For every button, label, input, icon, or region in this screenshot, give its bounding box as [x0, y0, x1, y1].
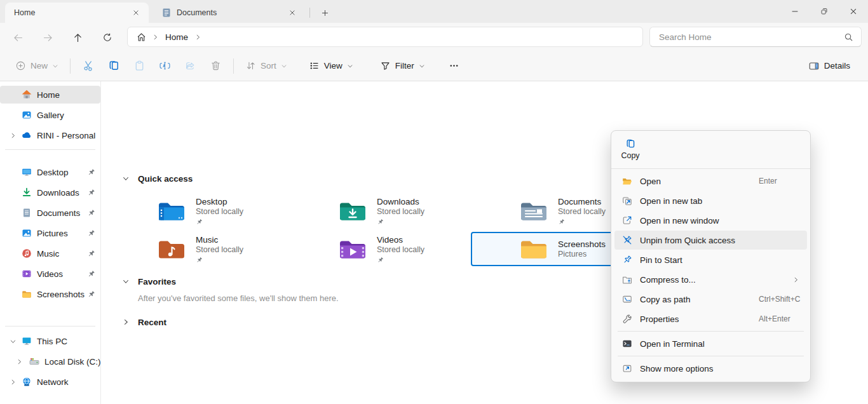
menu-item-unpin-from-quick-access[interactable]: Unpin from Quick access	[614, 231, 807, 250]
sort-button[interactable]: Sort	[239, 55, 294, 77]
view-button[interactable]: View	[302, 55, 360, 77]
tile-subtitle: Stored locally	[196, 207, 243, 217]
pin-icon	[377, 219, 384, 226]
sidebar-item-pictures[interactable]: Pictures	[0, 224, 100, 242]
pin-icon	[87, 250, 95, 258]
tile-music[interactable]: Music Stored locally	[109, 232, 290, 266]
copy-button[interactable]	[101, 55, 126, 77]
toolbar-separator	[70, 58, 71, 74]
menu-item-label: Unpin from Quick access	[640, 236, 735, 245]
menu-item-open[interactable]: Open Enter	[614, 172, 807, 191]
sidebar-item-label: Videos	[37, 269, 63, 279]
share-button[interactable]	[177, 55, 203, 77]
chevron-right-icon[interactable]	[14, 356, 24, 367]
back-button[interactable]	[8, 28, 28, 47]
sidebar-item-documents[interactable]: Documents	[0, 204, 100, 222]
close-button[interactable]	[839, 0, 868, 23]
chevron-right-icon	[194, 34, 201, 41]
copy-label: Copy	[621, 151, 639, 160]
tile-name: Music	[196, 235, 243, 245]
tab-close-icon[interactable]	[128, 5, 144, 20]
sidebar-item-videos[interactable]: Videos	[0, 265, 100, 283]
menu-item-compress-to[interactable]: Compress to...	[614, 270, 807, 289]
music-icon	[22, 248, 32, 259]
breadcrumb-home[interactable]: Home	[160, 30, 193, 44]
details-button[interactable]: Details	[802, 55, 857, 77]
menu-item-label: Pin to Start	[640, 255, 682, 265]
menu-item-label: Open in new tab	[640, 196, 702, 206]
minimize-button[interactable]	[780, 0, 810, 23]
tab-documents[interactable]: Documents	[155, 3, 305, 23]
delete-button[interactable]	[203, 55, 228, 77]
sidebar-item-network[interactable]: Network	[0, 373, 100, 391]
menu-item-pin-to-start[interactable]: Pin to Start	[614, 250, 807, 269]
rename-icon	[159, 60, 171, 72]
up-button[interactable]	[67, 28, 88, 47]
menu-item-label: Open	[640, 177, 661, 186]
menu-item-open-in-new-window[interactable]: Open in new window	[614, 211, 807, 230]
chevron-down-icon[interactable]	[118, 171, 133, 186]
chevron-right-icon[interactable]	[8, 377, 18, 387]
chevron-right-icon[interactable]	[8, 130, 18, 140]
copy-button[interactable]: Copy	[614, 134, 646, 165]
menu-item-properties[interactable]: Properties Alt+Enter	[614, 309, 807, 328]
terminal-icon	[622, 339, 632, 349]
menu-item-show-more-options[interactable]: Show more options	[614, 359, 807, 378]
address-bar[interactable]: Home	[127, 27, 643, 47]
new-button[interactable]: New	[9, 55, 65, 77]
more-options-button[interactable]	[442, 55, 467, 77]
window-controls	[780, 0, 868, 23]
unpin-icon	[622, 235, 632, 245]
pin-icon	[196, 257, 203, 264]
favorites-empty-text: After you've favorited some files, we'll…	[138, 293, 339, 303]
menu-item-label: Compress to...	[640, 275, 696, 285]
tab-close-icon[interactable]	[285, 5, 300, 20]
onedrive-icon	[22, 130, 32, 140]
tile-subtitle: Stored locally	[377, 207, 424, 217]
menu-item-copy-as-path[interactable]: Copy as path Ctrl+Shift+C	[614, 290, 807, 309]
sidebar-item-home[interactable]: Home	[0, 86, 100, 104]
rename-button[interactable]	[152, 55, 177, 77]
sidebar-item-downloads[interactable]: Downloads	[0, 184, 100, 201]
sidebar-item-onedrive[interactable]: RINI - Personal	[0, 126, 100, 144]
sidebar-item-label: Gallery	[37, 111, 64, 120]
refresh-button[interactable]	[97, 28, 118, 47]
sidebar-item-gallery[interactable]: Gallery	[0, 106, 100, 124]
navigation-pane: Home Gallery RINI - Personal Desktop Dow…	[0, 81, 101, 404]
filter-button[interactable]: Filter	[374, 55, 431, 77]
open-new-window-icon	[622, 215, 632, 226]
plus-circle-icon	[15, 60, 26, 71]
sidebar-item-music[interactable]: Music	[0, 245, 100, 262]
sidebar-item-local-disk-c[interactable]: Local Disk (C:)	[0, 353, 100, 370]
forward-button[interactable]	[37, 28, 58, 47]
menu-item-open-in-terminal[interactable]: Open in Terminal	[614, 334, 807, 353]
pin-icon	[87, 270, 95, 278]
cut-button[interactable]	[76, 55, 101, 77]
tab-home[interactable]: Home	[5, 3, 149, 23]
chevron-down-icon[interactable]	[118, 274, 133, 289]
breadcrumb-home-icon[interactable]	[132, 28, 151, 46]
open-folder-icon	[622, 176, 632, 186]
chevron-right-icon[interactable]	[118, 314, 133, 330]
toolbar-separator	[233, 58, 234, 74]
tile-downloads[interactable]: Downloads Stored locally	[290, 194, 471, 228]
sidebar-item-this-pc[interactable]: This PC	[0, 332, 100, 350]
pictures-icon	[22, 228, 32, 238]
menu-divider	[611, 168, 810, 169]
restore-button[interactable]	[810, 0, 839, 23]
paste-button[interactable]	[126, 55, 152, 77]
menu-item-open-in-new-tab[interactable]: Open in new tab	[614, 191, 807, 210]
tile-videos[interactable]: Videos Stored locally	[290, 232, 471, 266]
search-input[interactable]	[650, 32, 844, 42]
sidebar-item-label: Local Disk (C:)	[44, 357, 101, 367]
pin-icon	[196, 219, 203, 226]
compress-icon	[622, 274, 632, 285]
chevron-down-icon[interactable]	[8, 336, 18, 346]
sidebar-item-label: Music	[37, 249, 59, 259]
network-icon	[22, 377, 32, 387]
sidebar-item-screenshots[interactable]: Screenshots	[0, 285, 100, 303]
downloads-icon	[22, 187, 32, 198]
sidebar-item-desktop[interactable]: Desktop	[0, 163, 100, 181]
new-tab-button[interactable]	[316, 5, 333, 20]
tile-desktop[interactable]: Desktop Stored locally	[109, 194, 290, 228]
